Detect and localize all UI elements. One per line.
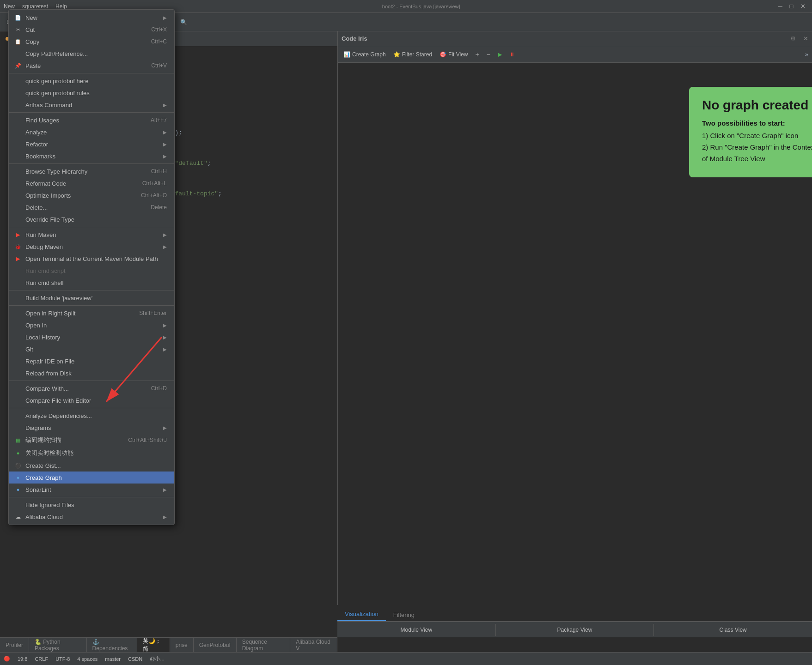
fit-view-btn[interactable]: 🎯 Fit View — [438, 50, 470, 59]
toolbar-search-btn[interactable]: 🔍 — [177, 18, 190, 26]
cm-label-create-gist: Create Gist... — [25, 462, 61, 469]
cm-shortcut-delete: Delete — [151, 204, 167, 211]
play-btn[interactable]: ▶ — [496, 50, 504, 59]
create-graph-btn[interactable]: 📊 Create Graph — [342, 50, 388, 59]
cm-item-debug-maven[interactable]: 🐞 Debug Maven ▶ — [9, 241, 174, 253]
cm-item-refactor[interactable]: Refactor ▶ — [9, 138, 174, 150]
cm-icon-create-gist: ⚫ — [14, 462, 22, 469]
cm-item-run-cmd-script: Run cmd script — [9, 265, 174, 277]
cm-item-copy-path[interactable]: Copy Path/Reference... — [9, 48, 174, 60]
cm-item-browse-hierarchy[interactable]: Browse Type Hierarchy Ctrl+H — [9, 165, 174, 177]
cm-label-repair-ide: Repair IDE on File — [25, 358, 74, 365]
cm-label-cut: Cut — [25, 26, 35, 33]
cm-item-arthas[interactable]: Arthas Command ▶ — [9, 99, 174, 111]
cm-item-local-history[interactable]: Local History ▶ — [9, 331, 174, 343]
module-view-item-module[interactable]: Module View — [337, 624, 496, 636]
toolbar-expand-icon[interactable]: » — [805, 51, 808, 58]
close-btn[interactable]: ✕ — [800, 3, 806, 10]
zoom-in-btn[interactable]: + — [474, 50, 481, 59]
cm-item-compare-file[interactable]: Compare File with Editor — [9, 394, 174, 406]
cm-label-copy-path: Copy Path/Reference... — [25, 50, 88, 57]
cm-label-delete: Delete... — [25, 204, 48, 211]
zoom-out-btn[interactable]: − — [485, 50, 492, 59]
cm-icon-hide-ignored — [14, 501, 22, 508]
cm-item-git[interactable]: Git ▶ — [9, 343, 174, 355]
cm-item-new[interactable]: 📄 New ▶ — [9, 12, 174, 24]
alibaba-cloud-tab[interactable]: Alibaba Cloud V — [290, 638, 337, 653]
cm-icon-run-cmd-shell — [14, 279, 22, 286]
language-tab[interactable]: 英🌙；简 — [137, 638, 170, 653]
cm-item-encoding-scan[interactable]: ▦ 编码规约扫描 Ctrl+Alt+Shift+J — [9, 434, 174, 447]
cm-item-delete[interactable]: Delete... Delete — [9, 201, 174, 213]
module-view-item-package[interactable]: Package View — [496, 624, 654, 636]
stop-icon: ⏸ — [509, 51, 515, 58]
genprotobuf-tab[interactable]: GenProtobuf — [194, 638, 237, 653]
cm-item-hide-ignored[interactable]: Hide Ignored Files — [9, 499, 174, 511]
maximize-btn[interactable]: □ — [790, 3, 794, 10]
cm-item-diagrams[interactable]: Diagrams ▶ — [9, 422, 174, 434]
cm-item-close-realtime[interactable]: ● 关闭实时检测功能 — [9, 447, 174, 459]
cm-item-open-terminal-maven[interactable]: ▶ Open Terminal at the Current Maven Mod… — [9, 253, 174, 265]
menu-new[interactable]: New — [4, 3, 15, 10]
cm-item-analyze-deps[interactable]: Analyze Dependencies... — [9, 410, 174, 422]
cm-item-create-graph[interactable]: ● Create Graph — [9, 472, 174, 484]
cm-shortcut-reformat: Ctrl+Alt+L — [142, 180, 167, 187]
cm-icon-reload-disk — [14, 369, 22, 377]
cm-item-sonarlint[interactable]: ● SonarLint ▶ — [9, 484, 174, 496]
sequence-diagram-tab[interactable]: Sequence Diagram — [237, 638, 291, 653]
cm-item-override-file-type[interactable]: Override File Type — [9, 213, 174, 225]
enterprise-tab[interactable]: prise — [170, 638, 194, 653]
cm-item-optimize-imports[interactable]: Optimize Imports Ctrl+Alt+O — [9, 189, 174, 201]
right-panel-header: Code Iris ⚙ ✕ — [338, 31, 812, 46]
cm-item-build-module[interactable]: Build Module 'javareview' — [9, 292, 174, 304]
menu-help[interactable]: Help — [55, 3, 67, 10]
minimize-btn[interactable]: ─ — [778, 3, 782, 10]
cm-icon-new: 📄 — [14, 14, 22, 21]
cm-sep7 — [9, 381, 174, 381]
cm-item-repair-ide[interactable]: Repair IDE on File — [9, 355, 174, 367]
cm-label-compare-file: Compare File with Editor — [25, 397, 91, 404]
tab-filtering[interactable]: Filtering — [386, 609, 422, 621]
cm-icon-alibaba-cloud: ☁ — [14, 513, 22, 520]
status-encoding: UTF-8 — [55, 656, 70, 662]
cm-label-git: Git — [25, 346, 33, 353]
cm-item-reload-disk[interactable]: Reload from Disk — [9, 367, 174, 379]
module-view-item-class[interactable]: Class View — [654, 624, 812, 636]
stop-btn[interactable]: ⏸ — [507, 50, 517, 59]
cm-item-open-in[interactable]: Open In ▶ — [9, 319, 174, 331]
cm-item-find-usages[interactable]: Find Usages Alt+F7 — [9, 114, 174, 126]
cm-icon-compare-file — [14, 397, 22, 404]
cm-item-reformat[interactable]: Reformat Code Ctrl+Alt+L — [9, 177, 174, 189]
cm-item-compare-with[interactable]: Compare With... Ctrl+D — [9, 382, 174, 394]
cm-item-analyze[interactable]: Analyze ▶ — [9, 126, 174, 138]
filter-stared-btn[interactable]: ⭐ Filter Stared — [391, 50, 434, 59]
cm-item-create-gist[interactable]: ⚫ Create Gist... — [9, 459, 174, 472]
cm-item-paste[interactable]: 📌 Paste Ctrl+V — [9, 60, 174, 72]
play-icon: ▶ — [498, 51, 502, 58]
tab-visualization[interactable]: Visualization — [337, 608, 386, 621]
cm-item-cut[interactable]: ✂ Cut Ctrl+X — [9, 24, 174, 36]
right-panel-close-icon[interactable]: ✕ — [803, 35, 808, 42]
right-panel-settings-icon[interactable]: ⚙ — [790, 35, 796, 42]
status-linesep: CRLF — [35, 656, 48, 662]
dependencies-tab[interactable]: ⚓ Dependencies — [87, 638, 138, 653]
cm-item-gen-proto-rules[interactable]: quick gen protobuf rules — [9, 87, 174, 99]
cm-item-copy[interactable]: 📋 Copy Ctrl+C — [9, 36, 174, 48]
cm-item-run-cmd-shell[interactable]: Run cmd shell — [9, 277, 174, 289]
cm-item-gen-proto[interactable]: quick gen protobuf here — [9, 75, 174, 87]
cm-label-close-realtime: 关闭实时检测功能 — [25, 449, 73, 457]
cm-label-analyze-deps: Analyze Dependencies... — [25, 412, 92, 419]
menu-squaretest[interactable]: squaretest — [22, 3, 48, 10]
cm-icon-open-terminal-maven: ▶ — [14, 255, 22, 262]
profiler-tab[interactable]: Profiler — [0, 638, 29, 653]
cm-item-open-right-split[interactable]: Open in Right Split Shift+Enter — [9, 307, 174, 319]
cm-sep5 — [9, 290, 174, 290]
cm-item-bookmarks[interactable]: Bookmarks ▶ — [9, 150, 174, 162]
cm-icon-run-maven: ▶ — [14, 231, 22, 238]
cm-icon-open-right-split — [14, 309, 22, 317]
window-title: boot2 - EventBus.java [javareview] — [382, 4, 460, 9]
python-packages-tab[interactable]: 🐍 Python Packages — [29, 638, 87, 653]
cm-item-run-maven[interactable]: ▶ Run Maven ▶ — [9, 229, 174, 241]
cm-item-alibaba-cloud[interactable]: ☁ Alibaba Cloud ▶ — [9, 511, 174, 523]
cm-arrow-diagrams: ▶ — [163, 425, 167, 430]
